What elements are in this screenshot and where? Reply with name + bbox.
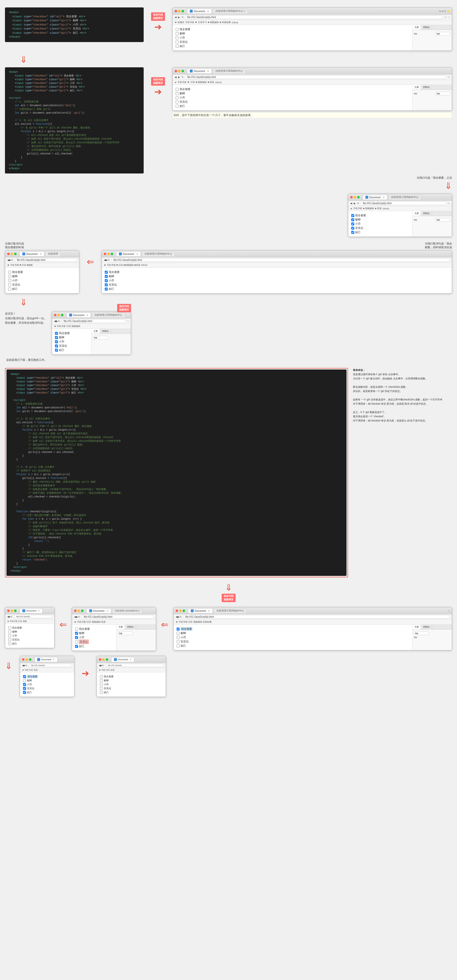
cb6c-4[interactable]: 妲己 (177, 644, 409, 648)
bm3c[interactable]: ★ 手机书签 日语 视频编辑 (54, 325, 80, 328)
dt-console-2b[interactable]: 控制台 (421, 211, 432, 216)
bookmark-item5[interactable]: ■ 资源收藏 (220, 21, 231, 24)
cb7a-4[interactable]: 妲己 (23, 691, 71, 694)
cb2a-1[interactable]: 貂蝉 (176, 92, 409, 95)
bm1[interactable]: ★ (175, 81, 177, 84)
cb6a-2[interactable]: 小乔 (8, 634, 51, 638)
browser-tab-csdn-3a[interactable]: 内容管理 (45, 251, 61, 256)
tab-close-6b[interactable]: ✕ (107, 609, 109, 612)
address-6c[interactable]: file:///G:/JavaScript/js.html (183, 615, 450, 619)
dt-elements-2b[interactable]: 元素 (412, 211, 421, 216)
cb6a-4[interactable]: 妲己 (8, 642, 51, 646)
cb3a-all[interactable]: 我全都要 (8, 270, 76, 274)
cb3a-1[interactable]: 貂蝉 (8, 274, 76, 278)
address-7b[interactable]: file:///G:/JavaSc (106, 664, 164, 667)
nav-3a[interactable]: ◀▶↻ (7, 259, 13, 261)
dt-console-6c[interactable]: 控制台 (421, 625, 432, 629)
browser-tab-csdn[interactable]: 内容管理-CSDN创作中心 × (213, 8, 248, 14)
devtools-tab-elements[interactable]: 元素 (412, 25, 421, 30)
cb3c-1[interactable]: 貂蝉 (55, 336, 88, 339)
browser-tab-6c[interactable]: Document✕ (188, 608, 213, 613)
bm4[interactable]: ■ 视频编辑 (196, 81, 207, 84)
cb7b-all[interactable]: 我全都要 (100, 675, 163, 678)
browser-tab-3b[interactable]: Document✕ (116, 251, 141, 256)
address-3a[interactable]: file:///G:/JavaScript/js.html (14, 258, 77, 262)
cb7a-1[interactable]: 貂蝉 (23, 679, 71, 682)
star-icon-2a[interactable]: ☆ (447, 76, 450, 78)
bm3[interactable]: ▶ 日语 (187, 81, 195, 84)
bm7a[interactable]: ★ 书签 代码 资源 (22, 669, 38, 671)
devtools-input-3c[interactable] (93, 336, 108, 339)
cb3c-2[interactable]: 小乔 (55, 340, 88, 344)
cb2b-all[interactable]: 我全都要 (351, 213, 409, 217)
browser-tab-doc[interactable]: Document ✕ (187, 9, 212, 13)
devtools-tab-console[interactable]: 控制台 (421, 25, 432, 30)
cb7b-2[interactable]: 小乔 (100, 683, 163, 686)
devtools-input-2a[interactable] (435, 92, 450, 95)
bm6c[interactable]: ★ 手机书签 日语 视频编辑 资源收藏 (176, 620, 211, 624)
address-6a[interactable]: file:///G:/JavaSc (14, 615, 52, 618)
nav-back-2b[interactable]: ◀ (350, 202, 352, 205)
bm3a[interactable]: ★ 手机书签 ▶日语 ■视频 (7, 264, 33, 267)
bm3b[interactable]: ★ 手机书签 ▶日语 ■视频编辑 ■资源 Github (104, 264, 147, 267)
devtools-input-6c[interactable] (414, 632, 429, 635)
cb-daji[interactable]: 妲己 (176, 44, 409, 48)
cb6b-all[interactable]: 我全都要 (75, 627, 113, 631)
nav-6b[interactable]: ◀▶↻ (74, 616, 80, 618)
star-icon-2b[interactable]: ☆ (447, 202, 450, 205)
browser-tab-6a[interactable]: Document✕ (19, 608, 43, 613)
nav-forward[interactable]: ▶ (178, 16, 180, 19)
bm6a[interactable]: ★ 手机书签 日语 视频 (7, 620, 27, 623)
bm1b[interactable]: ★ (350, 207, 352, 210)
address-input-1[interactable]: file:///G:/JavaScript/js.html (185, 15, 443, 19)
nav-7a[interactable]: ◀▶↻ (22, 664, 27, 667)
tab-close-2a[interactable]: ✕ (207, 70, 209, 73)
cb6a-3[interactable]: 安其拉 (8, 638, 51, 641)
browser-tab-3a[interactable]: Document✕ (19, 251, 44, 256)
devtools-input-1[interactable] (435, 32, 450, 35)
star-icon[interactable]: ☆ (444, 16, 447, 19)
nav-6a[interactable]: ◀▶↻ (7, 616, 13, 618)
tab-close-6a[interactable]: ✕ (38, 609, 40, 612)
cb3a-2[interactable]: 小乔 (8, 278, 76, 282)
nav-6c[interactable]: ◀▶↻ (176, 616, 182, 618)
tab-close-6c[interactable]: ✕ (208, 609, 210, 612)
cb-xiaoqiao[interactable]: 小乔 (176, 36, 409, 40)
cb6c-2[interactable]: 小乔 (177, 635, 409, 639)
devtools-input-6b[interactable] (118, 632, 133, 635)
cb3b-4[interactable]: 妲己 (105, 287, 449, 291)
dt-elements-6b[interactable]: 元素 (117, 625, 125, 629)
cb2a-all[interactable]: 我全都要 (176, 88, 409, 91)
address-6b[interactable]: file:///G:/JavaScript/js.html (81, 615, 154, 619)
devtools-input-2b[interactable] (435, 218, 450, 221)
cb6a-all[interactable]: 我全都要 (8, 626, 51, 630)
browser-tab-2b[interactable]: Document✕ (363, 195, 387, 199)
nav-3c[interactable]: ◀▶↻ (54, 320, 60, 323)
browser-tab-6b[interactable]: Document✕ (86, 608, 111, 613)
dt-console-6b[interactable]: 控制台 (125, 625, 136, 629)
tab-close-7a[interactable]: ✕ (53, 658, 55, 661)
cb3b-3[interactable]: 安其拉 (105, 283, 449, 286)
cb7b-4[interactable]: 妲己 (100, 691, 163, 694)
cb3b-2[interactable]: 小乔 (105, 278, 449, 282)
cb2b-3[interactable]: 安其拉 (351, 226, 409, 230)
cb3c-all[interactable]: 我全都要 (55, 331, 88, 335)
cb6b-4[interactable]: 妲己 (75, 644, 113, 648)
browser-tab-csdn-3b[interactable]: 内容管理-CSDN创作中心 (142, 251, 175, 256)
nav-back-2a[interactable]: ◀ (175, 76, 177, 78)
cb6a-1[interactable]: 貂蝉 (8, 630, 51, 633)
bookmark-item2[interactable]: 手机书签 (185, 21, 194, 24)
browser-tab-csdn-3c[interactable]: 内容管理-CSDN创作中心 (92, 312, 125, 318)
nav-refresh[interactable]: ↻ (182, 16, 184, 19)
bm2[interactable]: 手机书签 (177, 81, 187, 84)
cb2a-3[interactable]: 安其拉 (176, 100, 409, 104)
tab-close-7b[interactable]: ✕ (129, 658, 131, 661)
address-3b[interactable]: file:///G:/JavaScript/js.html (111, 258, 450, 262)
nav-forward-2b[interactable]: ▶ (354, 202, 356, 205)
cb-diaochan[interactable]: 貂蝉 (176, 32, 409, 35)
nav-refresh-2a[interactable]: ↻ (182, 76, 184, 78)
nav-forward-2a[interactable]: ▶ (178, 76, 180, 78)
cb7a-2[interactable]: 小乔 (23, 683, 71, 686)
cb2a-4[interactable]: 妲己 (176, 104, 409, 108)
cb3a-4[interactable]: 妲己 (8, 287, 76, 291)
